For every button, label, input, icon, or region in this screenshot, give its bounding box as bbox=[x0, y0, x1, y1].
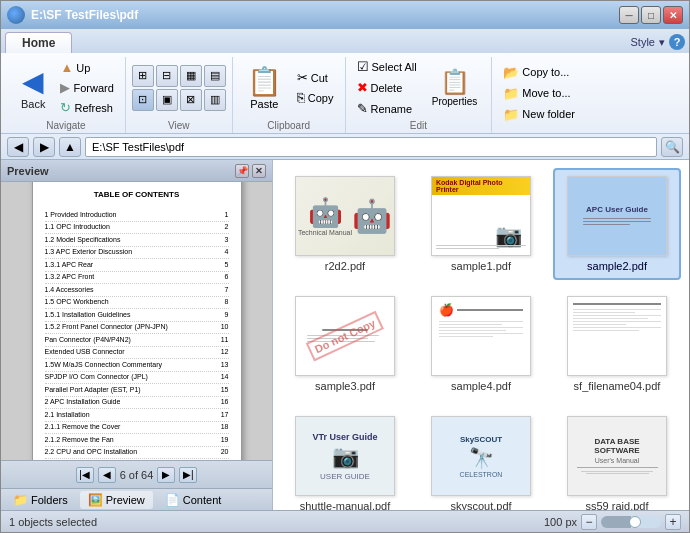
style-area: Style ▾ ? bbox=[631, 34, 685, 53]
new-folder-button[interactable]: 📁 New folder bbox=[498, 105, 580, 124]
file-item[interactable]: SkySCOUT 🔭 CELESTRON skyscout.pdf bbox=[417, 408, 545, 510]
new-folder-icon: 📁 bbox=[503, 107, 519, 122]
toc-line: 2.2 CPU and OPC Installation20 bbox=[45, 447, 229, 460]
file-item[interactable]: DATA BASE SOFTWARE User's Manual ss59 ra… bbox=[553, 408, 681, 510]
file-thumbnail: SkySCOUT 🔭 CELESTRON bbox=[431, 416, 531, 496]
window-title: E:\SF TestFiles\pdf bbox=[31, 8, 619, 22]
toc-title: TABLE OF CONTENTS bbox=[45, 189, 229, 201]
view-btn-4[interactable]: ▤ bbox=[204, 65, 226, 87]
delete-icon: ✖ bbox=[357, 80, 368, 95]
file-item[interactable]: APC User Guide sample2.pdf bbox=[553, 168, 681, 280]
zoom-level: 100 px bbox=[544, 516, 577, 528]
first-page-button[interactable]: |◀ bbox=[76, 467, 94, 483]
file-name: sample4.pdf bbox=[451, 380, 511, 392]
back-icon: ◀ bbox=[22, 65, 44, 98]
view-btn-3[interactable]: ▦ bbox=[180, 65, 202, 87]
toc-line: 1.2 Model Specifications3 bbox=[45, 234, 229, 247]
rename-icon: ✎ bbox=[357, 101, 368, 116]
status-bar: 1 objects selected 100 px − + bbox=[1, 510, 689, 532]
app-icon bbox=[7, 6, 25, 24]
back-button[interactable]: ◀ Back bbox=[13, 61, 53, 114]
paste-button[interactable]: 📋 Paste bbox=[239, 62, 290, 113]
toc-line: Parallel Port Adapter (EST, P1)15 bbox=[45, 384, 229, 397]
forward-button[interactable]: ▶ Forward bbox=[55, 78, 118, 97]
file-thumbnail: 🤖 Technical Manual bbox=[295, 176, 395, 256]
zoom-out-button[interactable]: − bbox=[581, 514, 597, 530]
toc-line: 1.4 Accessories7 bbox=[45, 284, 229, 297]
preview-tab-label: Preview bbox=[106, 494, 145, 506]
zoom-in-button[interactable]: + bbox=[665, 514, 681, 530]
toc-line: 1.5.1 Installation Guidelines9 bbox=[45, 309, 229, 322]
edit-group: ☑ Select All ✖ Delete ✎ Rename 📋 Propert… bbox=[346, 57, 493, 133]
navigate-label: Navigate bbox=[13, 120, 119, 131]
copy-button[interactable]: ⎘ Copy bbox=[292, 88, 339, 107]
next-page-button[interactable]: ▶ bbox=[157, 467, 175, 483]
close-button[interactable]: ✕ bbox=[663, 6, 683, 24]
file-item[interactable]: 🍎 sample4.pdf bbox=[417, 288, 545, 400]
pdf-preview-document: TABLE OF CONTENTS 1 Provided Introductio… bbox=[32, 182, 242, 460]
last-page-button[interactable]: ▶| bbox=[179, 467, 197, 483]
file-name: skyscout.pdf bbox=[450, 500, 511, 510]
up-button[interactable]: ▲ Up bbox=[55, 58, 118, 77]
clipboard-right: ✂ Cut ⎘ Copy bbox=[292, 68, 339, 107]
file-thumbnail: 🍎 bbox=[431, 296, 531, 376]
status-text: 1 objects selected bbox=[9, 516, 97, 528]
addr-search-button[interactable]: 🔍 bbox=[661, 137, 683, 157]
addr-up-button[interactable]: ▲ bbox=[59, 137, 81, 157]
tab-home[interactable]: Home bbox=[5, 32, 72, 53]
addr-back-button[interactable]: ◀ bbox=[7, 137, 29, 157]
file-item[interactable]: VTr User Guide 📷 USER GUIDE shuttle-manu… bbox=[281, 408, 409, 510]
file-item[interactable]: Do not Copy sample3.pdf bbox=[281, 288, 409, 400]
maximize-button[interactable]: □ bbox=[641, 6, 661, 24]
help-icon[interactable]: ? bbox=[669, 34, 685, 50]
prev-page-button[interactable]: ◀ bbox=[98, 467, 116, 483]
view-btn-2[interactable]: ⊟ bbox=[156, 65, 178, 87]
folders-tab[interactable]: 📁 Folders bbox=[5, 491, 76, 509]
rename-button[interactable]: ✎ Rename bbox=[352, 99, 422, 118]
window-controls: ─ □ ✕ bbox=[619, 6, 683, 24]
file-item[interactable]: 🤖 Technical Manual r2d2.pdf bbox=[281, 168, 409, 280]
file-browser[interactable]: 🤖 Technical Manual r2d2.pdf Kodak Digita… bbox=[273, 160, 689, 510]
edit-label: Edit bbox=[352, 120, 486, 131]
file-name: sample2.pdf bbox=[587, 260, 647, 272]
cut-button[interactable]: ✂ Cut bbox=[292, 68, 339, 87]
properties-button[interactable]: 📋 Properties bbox=[424, 65, 486, 110]
view-group: ⊞ ⊟ ▦ ▤ ⊡ ▣ ⊠ ▥ View bbox=[126, 57, 233, 133]
preview-close-icon[interactable]: ✕ bbox=[252, 164, 266, 178]
refresh-button[interactable]: ↻ Refresh bbox=[55, 98, 118, 117]
toc-line: 1.3.2 APC Front6 bbox=[45, 272, 229, 285]
preview-tab[interactable]: 🖼️ Preview bbox=[80, 491, 153, 509]
delete-button[interactable]: ✖ Delete bbox=[352, 78, 422, 97]
paste-label: Paste bbox=[250, 98, 278, 110]
forward-icon: ▶ bbox=[60, 80, 70, 95]
file-name: sample1.pdf bbox=[451, 260, 511, 272]
toc-line: 1.3.1 APC Rear5 bbox=[45, 259, 229, 272]
addr-forward-button[interactable]: ▶ bbox=[33, 137, 55, 157]
address-input[interactable] bbox=[85, 137, 657, 157]
copy-to-button[interactable]: 📂 Copy to... bbox=[498, 63, 580, 82]
preview-pin-icon[interactable]: 📌 bbox=[235, 164, 249, 178]
view-btn-6[interactable]: ▣ bbox=[156, 89, 178, 111]
minimize-button[interactable]: ─ bbox=[619, 6, 639, 24]
view-btn-5[interactable]: ⊡ bbox=[132, 89, 154, 111]
style-chevron-icon: ▾ bbox=[659, 36, 665, 49]
zoom-slider[interactable] bbox=[601, 516, 661, 528]
file-thumbnail: APC User Guide bbox=[567, 176, 667, 256]
file-item[interactable]: sf_filename04.pdf bbox=[553, 288, 681, 400]
view-btn-7[interactable]: ⊠ bbox=[180, 89, 202, 111]
file-item[interactable]: Kodak Digital Photo Printer 📷 sample1.pd… bbox=[417, 168, 545, 280]
clipboard-label: Clipboard bbox=[239, 120, 339, 131]
toc-line: Pan Connector (P4N/P4N2)11 bbox=[45, 334, 229, 347]
toc-line: 1.5 OPC Workbench8 bbox=[45, 297, 229, 310]
select-all-button[interactable]: ☑ Select All bbox=[352, 57, 422, 76]
edit-buttons: ☑ Select All ✖ Delete ✎ Rename 📋 Propert… bbox=[352, 57, 486, 118]
move-to-button[interactable]: 📁 Move to... bbox=[498, 84, 580, 103]
style-label: Style bbox=[631, 36, 655, 48]
content-tab[interactable]: 📄 Content bbox=[157, 491, 230, 509]
navigate-group: ◀ Back ▲ Up ▶ Forward ↻ Refresh bbox=[7, 57, 126, 133]
main-area: Preview 📌 ✕ TABLE OF CONTENTS 1 Provided… bbox=[1, 160, 689, 510]
copy-icon: ⎘ bbox=[297, 90, 305, 105]
view-btn-1[interactable]: ⊞ bbox=[132, 65, 154, 87]
view-btn-8[interactable]: ▥ bbox=[204, 89, 226, 111]
properties-label: Properties bbox=[432, 96, 478, 107]
